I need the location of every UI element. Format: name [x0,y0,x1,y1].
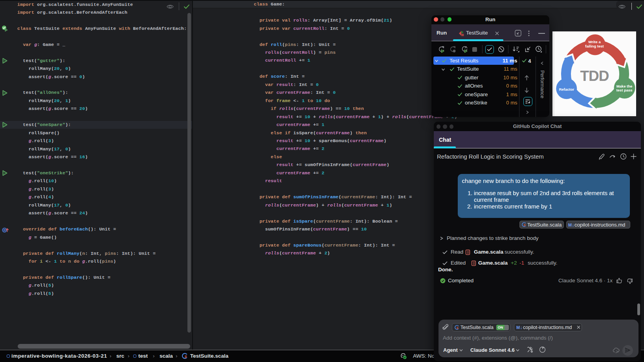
svg-text:Refactor: Refactor [559,87,574,91]
svg-text:failing test: failing test [585,44,604,48]
svg-text:test pass: test pass [616,88,632,92]
svg-text:Write a: Write a [588,40,601,44]
svg-text:TDD: TDD [580,68,609,84]
svg-text:Make the: Make the [616,84,633,88]
